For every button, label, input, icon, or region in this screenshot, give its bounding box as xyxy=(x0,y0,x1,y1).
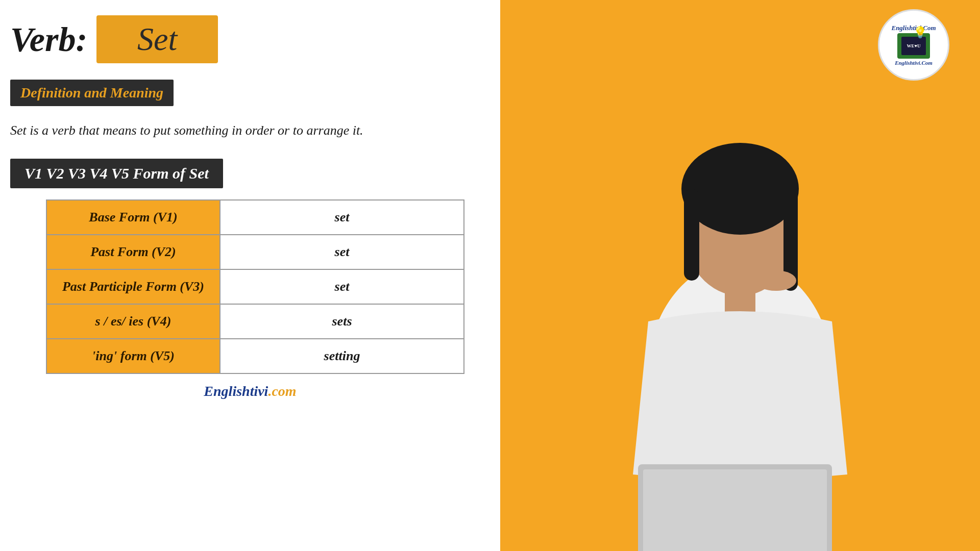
right-area: Englishtivi.Com WE♥U 💡 Englishtivi.Com xyxy=(500,0,980,551)
logo-bulb-icon: 💡 xyxy=(913,26,927,39)
content-area: Verb: Set Definition and Meaning Set is … xyxy=(0,0,500,551)
footer-brand-blue: Englishtivi xyxy=(204,383,268,399)
person-svg xyxy=(561,117,919,551)
table-label-cell: Past Participle Form (V3) xyxy=(46,269,220,304)
svg-point-6 xyxy=(755,270,796,291)
verb-title: Verb: Set xyxy=(10,15,490,63)
table-label-cell: Past Form (V2) xyxy=(46,235,220,269)
table-row: s / es/ ies (V4)sets xyxy=(46,304,464,339)
table-value-cell: set xyxy=(220,269,464,304)
table-label-cell: Base Form (V1) xyxy=(46,200,220,235)
definition-text: Set is a verb that means to put somethin… xyxy=(10,120,490,140)
table-row: 'ing' form (V5)setting xyxy=(46,339,464,373)
verb-word: Set xyxy=(137,21,177,57)
logo-text-bottom: Englishtivi.Com xyxy=(895,60,933,66)
table-row: Past Participle Form (V3)set xyxy=(46,269,464,304)
verb-label: Verb: xyxy=(10,19,87,60)
table-label-cell: s / es/ ies (V4) xyxy=(46,304,220,339)
logo-tv-text: WE♥U xyxy=(907,43,921,48)
table-value-cell: set xyxy=(220,235,464,269)
svg-rect-3 xyxy=(684,189,699,281)
logo-inner: Englishtivi.Com WE♥U 💡 Englishtivi.Com xyxy=(891,24,936,66)
footer-brand-orange: .com xyxy=(268,383,296,399)
forms-header-box: V1 V2 V3 V4 V5 Form of Set xyxy=(10,159,223,188)
definition-header-text: Definition and Meaning xyxy=(20,85,163,101)
table-row: Base Form (V1)set xyxy=(46,200,464,235)
table-value-cell: set xyxy=(220,200,464,235)
table-value-cell: setting xyxy=(220,339,464,373)
definition-header-box: Definition and Meaning xyxy=(10,80,174,106)
table-label-cell: 'ing' form (V5) xyxy=(46,339,220,373)
svg-rect-8 xyxy=(643,469,827,551)
footer-brand: Englishtivi.com xyxy=(10,383,490,399)
logo-tv-screen: WE♥U xyxy=(901,37,926,55)
verb-forms-table: Base Form (V1)setPast Form (V2)setPast P… xyxy=(46,199,464,374)
table-value-cell: sets xyxy=(220,304,464,339)
verb-word-box: Set xyxy=(96,15,218,63)
logo: Englishtivi.Com WE♥U 💡 Englishtivi.Com xyxy=(878,9,949,81)
table-row: Past Form (V2)set xyxy=(46,235,464,269)
person-image xyxy=(500,92,919,551)
forms-header-text: V1 V2 V3 V4 V5 Form of Set xyxy=(24,165,209,182)
